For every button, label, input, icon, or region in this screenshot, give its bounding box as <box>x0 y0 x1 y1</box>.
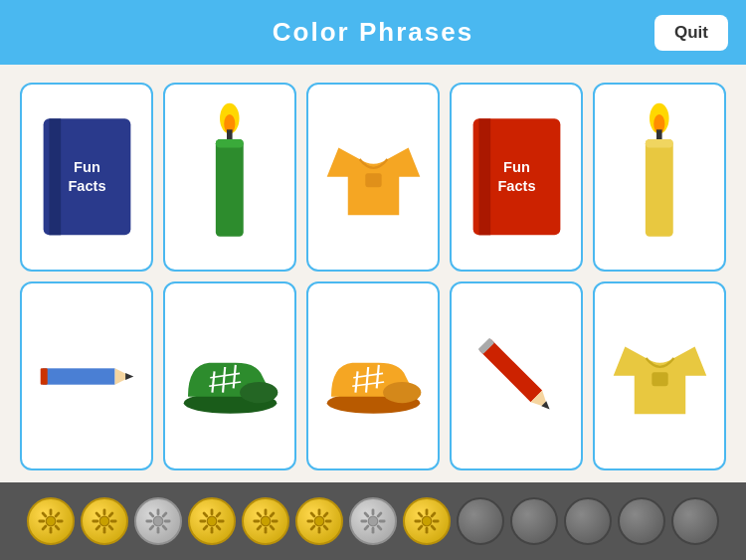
coin-2[interactable] <box>134 497 182 545</box>
coin-11[interactable] <box>618 497 665 545</box>
svg-line-102 <box>365 513 368 516</box>
svg-line-82 <box>258 526 261 529</box>
card-blue-book[interactable]: Fun Facts <box>20 83 153 272</box>
svg-point-78 <box>261 516 271 526</box>
bottom-bar <box>0 482 746 560</box>
svg-marker-21 <box>125 372 133 379</box>
svg-line-104 <box>378 513 381 516</box>
page-title: Color Phrases <box>273 17 473 48</box>
coin-4[interactable] <box>242 497 289 545</box>
svg-line-53 <box>109 526 112 529</box>
card-yellow-candle[interactable] <box>593 83 726 272</box>
svg-rect-6 <box>227 130 233 141</box>
svg-line-91 <box>311 526 314 529</box>
svg-point-96 <box>368 516 378 526</box>
coin-10[interactable] <box>564 497 612 545</box>
svg-rect-8 <box>216 139 244 147</box>
card-orange-shoe[interactable] <box>306 281 440 470</box>
svg-line-89 <box>324 526 327 529</box>
svg-line-68 <box>163 513 166 516</box>
svg-line-98 <box>378 526 381 529</box>
svg-line-57 <box>96 513 99 516</box>
svg-line-109 <box>419 526 422 529</box>
svg-line-107 <box>432 526 435 529</box>
card-red-pencil[interactable] <box>450 281 583 470</box>
svg-line-50 <box>56 513 59 516</box>
coin-12[interactable] <box>671 497 719 545</box>
svg-line-64 <box>150 526 153 529</box>
svg-rect-37 <box>479 339 542 402</box>
svg-line-73 <box>204 526 207 529</box>
svg-point-69 <box>207 516 217 526</box>
quit-button[interactable]: Quit <box>654 15 728 51</box>
svg-rect-9 <box>365 173 381 187</box>
card-green-shoe[interactable] <box>163 281 296 470</box>
coin-1[interactable] <box>81 497 128 545</box>
svg-line-111 <box>419 513 422 516</box>
svg-point-31 <box>383 382 421 403</box>
card-red-book[interactable]: Fun Facts <box>450 83 583 272</box>
svg-point-60 <box>153 516 163 526</box>
svg-rect-19 <box>43 368 115 384</box>
svg-point-87 <box>314 516 324 526</box>
card-green-candle[interactable] <box>163 83 296 272</box>
coin-0[interactable] <box>27 497 75 545</box>
svg-line-86 <box>271 513 274 516</box>
svg-point-42 <box>46 516 56 526</box>
svg-rect-22 <box>40 368 47 384</box>
coin-5[interactable] <box>295 497 343 545</box>
coin-7[interactable] <box>403 497 451 545</box>
svg-line-71 <box>217 526 220 529</box>
svg-rect-18 <box>646 139 673 147</box>
card-grid: Fun Facts <box>20 83 726 470</box>
svg-line-66 <box>150 513 153 516</box>
svg-line-100 <box>365 526 368 529</box>
svg-text:Fun: Fun <box>503 160 530 176</box>
svg-line-75 <box>204 513 207 516</box>
svg-point-105 <box>422 516 432 526</box>
coin-6[interactable] <box>349 497 397 545</box>
svg-text:Fun: Fun <box>74 160 100 176</box>
svg-text:Facts: Facts <box>68 179 105 195</box>
coin-9[interactable] <box>510 497 558 545</box>
svg-rect-11 <box>478 119 490 236</box>
svg-line-95 <box>324 513 327 516</box>
svg-text:Facts: Facts <box>497 179 535 195</box>
svg-line-93 <box>311 513 314 516</box>
svg-rect-41 <box>652 372 667 386</box>
svg-line-59 <box>109 513 112 516</box>
coin-8[interactable] <box>457 497 504 545</box>
svg-line-44 <box>56 526 59 529</box>
svg-point-51 <box>99 516 109 526</box>
main-content: Fun Facts <box>0 65 746 482</box>
svg-line-84 <box>258 513 261 516</box>
header: Color Phrases Quit <box>0 0 746 65</box>
svg-rect-7 <box>216 139 244 237</box>
svg-point-24 <box>240 382 278 403</box>
card-blue-pencil[interactable] <box>20 281 153 470</box>
card-yellow-shirt[interactable] <box>593 281 726 470</box>
svg-line-77 <box>217 513 220 516</box>
svg-line-80 <box>271 526 274 529</box>
svg-line-48 <box>43 513 46 516</box>
svg-rect-17 <box>646 139 673 237</box>
svg-line-55 <box>96 526 99 529</box>
svg-line-62 <box>163 526 166 529</box>
card-orange-shirt[interactable] <box>306 83 440 272</box>
svg-rect-1 <box>49 119 61 236</box>
svg-line-113 <box>432 513 435 516</box>
svg-rect-16 <box>656 130 662 141</box>
svg-line-46 <box>43 526 46 529</box>
coin-3[interactable] <box>188 497 236 545</box>
